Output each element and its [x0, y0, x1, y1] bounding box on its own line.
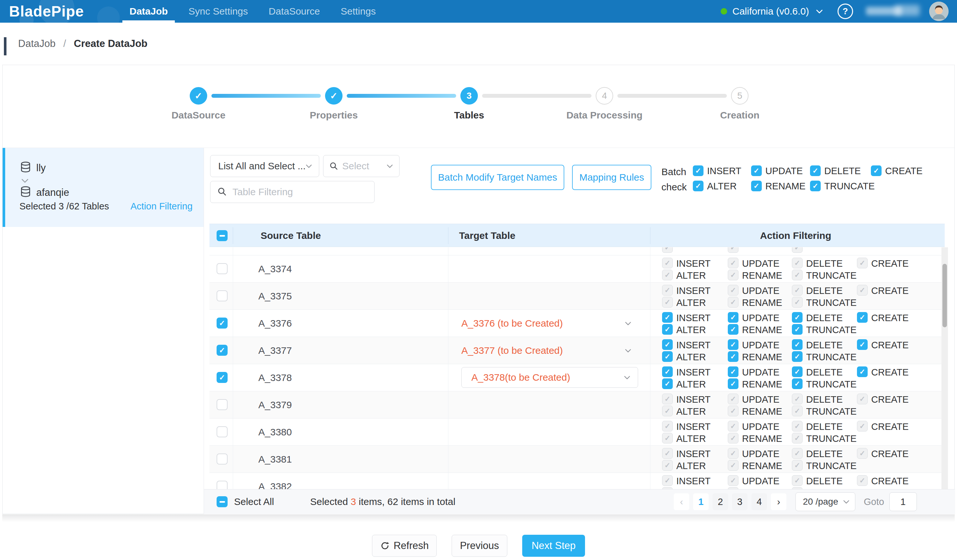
- action-filtering-link[interactable]: Action Filtering: [131, 201, 193, 212]
- action-checkbox-insert: ✓: [662, 285, 673, 295]
- step-circle-tables: 3: [460, 87, 478, 104]
- action-checkbox-delete[interactable]: ✓: [792, 339, 802, 350]
- action-label: INSERT: [676, 313, 711, 323]
- batch-check-alter-checkbox[interactable]: ✓: [693, 181, 703, 191]
- batch-check-rename-checkbox[interactable]: ✓: [751, 181, 762, 191]
- action-label: DELETE: [806, 340, 843, 350]
- action-checkbox-rename: ✓: [728, 460, 739, 471]
- action-checkbox-rename[interactable]: ✓: [728, 379, 739, 389]
- row-select-checkbox[interactable]: ✓: [216, 345, 227, 356]
- table-filtering-input[interactable]: [210, 181, 374, 203]
- table-row: A_3382✓INSERT✓UPDATE✓DELETE✓CREATE✓ALTER…: [210, 473, 941, 489]
- action-label: INSERT: [676, 340, 711, 350]
- batch-check-delete-checkbox[interactable]: ✓: [810, 166, 821, 176]
- batch-check-update-checkbox[interactable]: ✓: [751, 166, 762, 176]
- action-checkbox-alter[interactable]: ✓: [662, 379, 673, 389]
- selected-count: 3: [351, 496, 356, 507]
- action-checkbox-update: ✓: [728, 394, 739, 404]
- row-select-checkbox[interactable]: ✓: [216, 317, 227, 328]
- action-checkbox-rename[interactable]: ✓: [728, 324, 739, 335]
- breadcrumb-parent[interactable]: DataJob: [18, 38, 55, 49]
- action-checkbox-delete: ✓: [792, 394, 802, 404]
- action-checkbox-create[interactable]: ✓: [857, 366, 868, 377]
- batch-check-option-label: ALTER: [707, 181, 736, 192]
- action-label: RENAME: [742, 406, 782, 417]
- action-checkbox-update[interactable]: ✓: [728, 339, 739, 350]
- row-select-checkbox[interactable]: [216, 453, 227, 464]
- help-icon[interactable]: ?: [837, 3, 853, 19]
- target-table-select[interactable]: A_3378(to be Created): [461, 367, 638, 388]
- chevron-down-icon[interactable]: [624, 346, 632, 355]
- table-select-dropdown[interactable]: Select: [323, 155, 400, 177]
- row-select-checkbox[interactable]: [216, 263, 227, 274]
- target-table-value: A_3378(to be Created): [471, 372, 570, 383]
- action-checkbox-delete[interactable]: ✓: [792, 312, 802, 323]
- sidebar-item-datasource-pair[interactable]: [3, 148, 204, 227]
- action-label: ALTER: [676, 461, 706, 471]
- pagination-page-4[interactable]: 4: [752, 493, 767, 510]
- nav-item-datajob[interactable]: DataJob: [129, 0, 168, 23]
- select-all-label: Select All: [234, 496, 274, 507]
- action-checkbox-rename: ✓: [728, 297, 739, 308]
- action-checkbox-create: ✓: [857, 394, 868, 404]
- app-logo[interactable]: BladePipe: [9, 0, 84, 23]
- pagination-prev-button[interactable]: ‹: [674, 493, 689, 510]
- pagination-next-button[interactable]: ›: [771, 493, 786, 510]
- nav-item-settings[interactable]: Settings: [341, 0, 376, 23]
- batch-check-create-checkbox[interactable]: ✓: [871, 166, 881, 176]
- mapping-rules-button[interactable]: Mapping Rules: [572, 165, 651, 190]
- chevron-down-icon[interactable]: [624, 319, 632, 328]
- row-select-checkbox[interactable]: ✓: [216, 372, 227, 383]
- action-checkbox-create[interactable]: ✓: [857, 339, 868, 350]
- nav-item-sync-settings[interactable]: Sync Settings: [188, 0, 248, 23]
- previous-button[interactable]: Previous: [452, 535, 507, 557]
- action-label: RENAME: [742, 325, 782, 335]
- row-select-checkbox[interactable]: [216, 426, 227, 437]
- action-checkbox-truncate[interactable]: ✓: [792, 351, 802, 362]
- vertical-scrollbar-thumb[interactable]: [943, 264, 947, 327]
- action-label: CREATE: [871, 449, 908, 459]
- page-size-value: 20 /page: [803, 497, 838, 507]
- env-selector-label[interactable]: California (v0.6.0): [732, 6, 809, 17]
- row-select-checkbox[interactable]: [216, 481, 227, 489]
- goto-page-input[interactable]: [889, 492, 917, 511]
- header-select-checkbox[interactable]: [216, 230, 227, 241]
- row-select-checkbox[interactable]: [216, 399, 227, 410]
- step-label: DataSource: [140, 110, 257, 121]
- avatar[interactable]: [929, 2, 949, 21]
- batch-check-insert-checkbox[interactable]: ✓: [693, 166, 703, 176]
- next-step-button[interactable]: Next Step: [522, 535, 585, 557]
- target-db-name: afanqie: [36, 187, 69, 199]
- pagination-page-2[interactable]: 2: [712, 493, 728, 510]
- select-all-checkbox[interactable]: [216, 496, 227, 507]
- vertical-scrollbar-track[interactable]: [941, 247, 948, 489]
- page-size-select[interactable]: 20 /page: [796, 492, 855, 511]
- batch-modify-target-names-button[interactable]: Batch Modify Target Names: [431, 165, 564, 190]
- action-checkbox-truncate: ✓: [792, 433, 802, 443]
- action-checkbox-update[interactable]: ✓: [728, 312, 739, 323]
- action-checkbox-create[interactable]: ✓: [857, 312, 868, 323]
- target-table-value[interactable]: A_3377 (to be Created): [461, 345, 563, 356]
- action-checkbox-alter[interactable]: ✓: [662, 324, 673, 335]
- target-table-value[interactable]: A_3376 (to be Created): [461, 318, 563, 329]
- action-checkbox-truncate[interactable]: ✓: [792, 379, 802, 389]
- nav-item-datasource[interactable]: DataSource: [269, 0, 320, 23]
- batch-check-truncate-checkbox[interactable]: ✓: [810, 181, 821, 191]
- action-checkbox-insert[interactable]: ✓: [662, 339, 673, 350]
- pagination-page-3[interactable]: 3: [732, 493, 747, 510]
- refresh-button[interactable]: Refresh: [372, 535, 437, 557]
- list-mode-select[interactable]: List All and Select ...: [210, 155, 319, 177]
- action-checkbox-insert[interactable]: ✓: [662, 312, 673, 323]
- action-checkbox-truncate[interactable]: ✓: [792, 324, 802, 335]
- action-checkbox-insert[interactable]: ✓: [662, 366, 673, 377]
- action-label: RENAME: [742, 434, 782, 444]
- pagination-page-1[interactable]: 1: [693, 493, 709, 510]
- action-checkbox-update[interactable]: ✓: [728, 366, 739, 377]
- action-checkbox-rename[interactable]: ✓: [728, 351, 739, 362]
- chevron-down-icon: [20, 176, 30, 187]
- select-placeholder: Select: [342, 161, 369, 172]
- action-checkbox-delete[interactable]: ✓: [792, 366, 802, 377]
- row-select-checkbox[interactable]: [216, 290, 227, 301]
- action-checkbox-alter[interactable]: ✓: [662, 351, 673, 362]
- chevron-down-icon[interactable]: [815, 7, 824, 16]
